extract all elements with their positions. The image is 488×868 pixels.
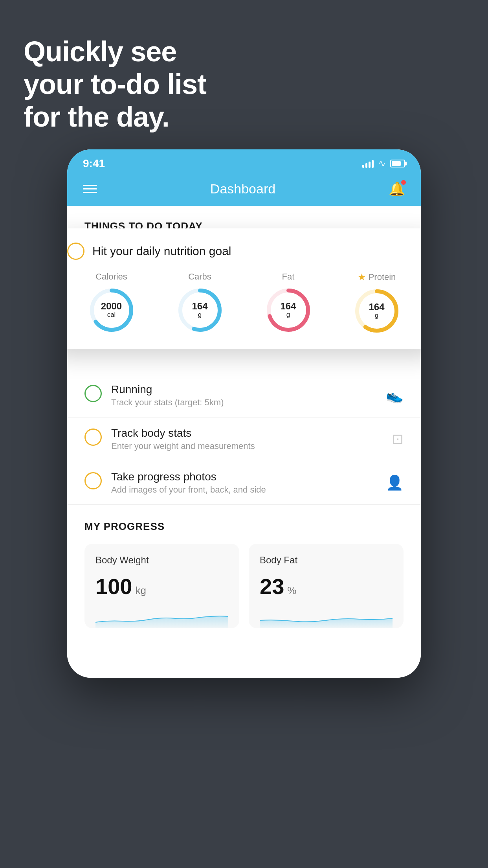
fat-value: 164 [280,301,296,311]
protein-label-row: ★ Protein [358,272,396,283]
todo-progress-photos[interactable]: Take progress photos Add images of your … [67,461,421,505]
body-fat-card[interactable]: Body Fat 23 % [249,544,404,628]
header-title: Dashboard [210,181,275,197]
calories-value: 2000 [101,301,122,311]
calories-ring: 2000 cal [88,287,135,334]
nutrition-carbs: Carbs 164 g [176,272,224,334]
carbs-label: Carbs [188,272,211,282]
body-stats-icon: ⊡ [392,431,404,447]
status-bar: 9:41 ∿ [67,149,421,175]
body-fat-value-row: 23 % [260,574,393,599]
hero-line2: your to-do list [24,68,206,100]
body-stats-title: Track body stats [111,427,382,440]
status-icons: ∿ [362,158,405,169]
phone-frame: 9:41 ∿ Dashboard 🔔 [67,149,421,678]
todo-section: Hit your daily nutrition goal Calories [67,240,421,505]
menu-button[interactable] [83,185,97,193]
notification-button[interactable]: 🔔 [389,181,405,197]
body-stats-text: Track body stats Enter your weight and m… [111,427,382,451]
running-text: Running Track your stats (target: 5km) [111,383,376,408]
progress-section: MY PROGRESS Body Weight 100 kg [67,505,421,644]
progress-photos-subtitle: Add images of your front, back, and side [111,485,376,495]
hero-text: Quickly see your to-do list for the day. [24,35,206,133]
calories-unit: cal [101,312,122,319]
body-fat-title: Body Fat [260,555,393,566]
hero-line1: Quickly see [24,36,176,67]
protein-value: 164 [369,302,384,312]
body-fat-unit: % [287,585,296,597]
body-weight-unit: kg [135,585,146,597]
hero-line3: for the day. [24,101,169,132]
running-checkbox[interactable] [84,385,102,402]
carbs-ring: 164 g [176,287,224,334]
progress-photos-title: Take progress photos [111,471,376,483]
content-area: THINGS TO DO TODAY Hit your daily nutrit… [67,206,421,678]
nutrition-card-title: Hit your daily nutrition goal [92,245,231,258]
progress-photos-icon: 👤 [386,474,404,491]
nutrition-card: Hit your daily nutrition goal Calories [67,228,421,349]
wifi-icon: ∿ [378,158,385,169]
progress-section-header: MY PROGRESS [84,520,404,533]
protein-label: Protein [369,272,396,282]
body-weight-chart [95,609,228,628]
protein-star-icon: ★ [358,272,366,283]
battery-icon [390,160,405,167]
nutrition-card-title-row: Hit your daily nutrition goal [67,243,421,260]
fat-label: Fat [282,272,295,282]
notification-dot [401,180,406,185]
progress-photos-text: Take progress photos Add images of your … [111,471,376,495]
nutrition-checkbox[interactable] [67,243,84,260]
todo-body-stats[interactable]: Track body stats Enter your weight and m… [67,417,421,461]
carbs-unit: g [192,312,207,319]
fat-ring: 164 g [265,287,312,334]
nutrition-row: Calories 2000 cal [67,272,421,335]
body-weight-value: 100 [95,574,132,599]
todo-running[interactable]: Running Track your stats (target: 5km) 👟 [67,374,421,417]
body-weight-title: Body Weight [95,555,228,566]
calories-label: Calories [95,272,127,282]
body-fat-value: 23 [260,574,284,599]
nutrition-protein: ★ Protein 164 g [353,272,400,335]
body-fat-chart [260,609,393,628]
phone-wrapper: 9:41 ∿ Dashboard 🔔 [67,149,421,678]
body-weight-card[interactable]: Body Weight 100 kg [84,544,239,628]
carbs-value: 164 [192,301,207,311]
protein-ring: 164 g [353,287,400,335]
progress-photos-checkbox[interactable] [84,472,102,489]
nutrition-calories: Calories 2000 cal [88,272,135,334]
signal-icon [362,159,374,168]
app-header: Dashboard 🔔 [67,175,421,206]
body-weight-value-row: 100 kg [95,574,228,599]
running-icon: 👟 [386,387,404,404]
fat-unit: g [280,312,296,319]
running-title: Running [111,383,376,396]
body-stats-subtitle: Enter your weight and measurements [111,441,382,451]
status-time: 9:41 [83,157,105,170]
body-stats-checkbox[interactable] [84,428,102,446]
progress-cards: Body Weight 100 kg [84,544,404,644]
running-subtitle: Track your stats (target: 5km) [111,397,376,408]
protein-unit: g [369,313,384,320]
nutrition-fat: Fat 164 g [265,272,312,334]
